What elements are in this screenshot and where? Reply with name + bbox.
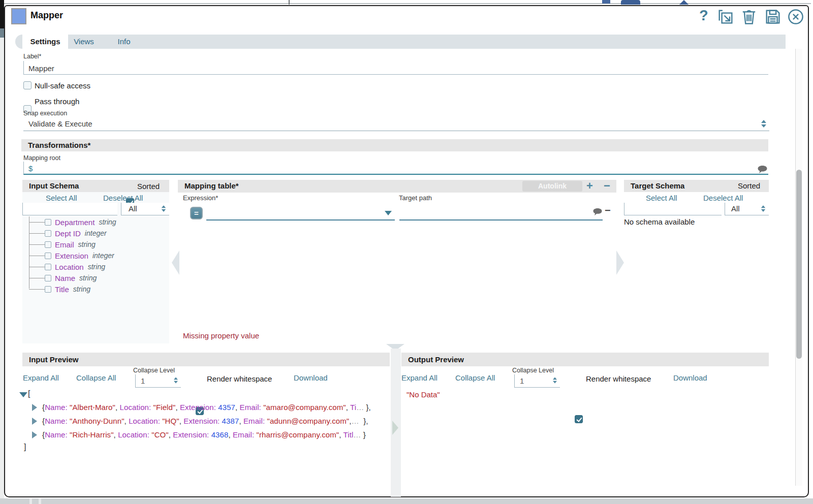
output-preview-expand-all[interactable]: Expand All	[401, 373, 437, 382]
snap-execution-select[interactable]: Validate & Execute	[23, 118, 769, 131]
expression-input[interactable]	[206, 207, 395, 220]
input-schema-sorted-label: Sorted	[137, 182, 160, 191]
target-schema-filter-input[interactable]	[624, 203, 722, 215]
close-icon[interactable]	[787, 8, 803, 24]
schema-item-checkbox[interactable]	[45, 286, 51, 293]
select-spinner-icon[interactable]	[761, 120, 766, 128]
schema-item-location[interactable]: Locationstring	[22, 261, 169, 272]
comment-bubble-icon[interactable]	[757, 165, 768, 176]
schema-item-type: string	[88, 263, 105, 271]
input-preview-header: Input Preview	[22, 353, 390, 366]
background-snap-shape	[621, 0, 640, 5]
autolink-button[interactable]: Autolink	[522, 181, 582, 192]
tab-info[interactable]: Info	[105, 35, 143, 49]
input-schema-filter-input[interactable]	[22, 203, 117, 215]
expression-dropdown-icon[interactable]	[385, 211, 392, 215]
schema-item-department[interactable]: Departmentstring	[22, 216, 169, 228]
help-icon[interactable]: ?	[699, 7, 708, 24]
collapse-input-schema-handle[interactable]	[172, 250, 179, 275]
background-edge	[0, 0, 4, 28]
schema-item-type: string	[99, 218, 116, 226]
mapper-settings-page: Mapper ? Settings Views	[0, 0, 813, 504]
schema-item-title[interactable]: Titlestring	[22, 284, 169, 295]
mapping-root-input[interactable]	[23, 162, 768, 175]
schema-item-checkbox[interactable]	[45, 253, 51, 259]
remove-row-icon[interactable]: −	[604, 180, 610, 192]
null-safe-access-checkbox[interactable]	[23, 81, 32, 89]
input-preview-expand-all[interactable]: Expand All	[23, 373, 59, 382]
schema-item-name: Department	[55, 218, 95, 227]
output-collapse-level-label: Collapse Level	[512, 367, 554, 374]
schema-item-name: Name	[55, 274, 75, 282]
scrollbar-thumb[interactable]	[796, 170, 802, 359]
save-icon[interactable]	[765, 9, 781, 25]
collapse-array-icon[interactable]	[19, 392, 27, 397]
output-collapse-level-stepper[interactable]: 1	[514, 374, 560, 388]
collapse-target-schema-handle[interactable]	[616, 250, 624, 275]
schema-item-checkbox[interactable]	[45, 219, 51, 226]
output-preview-download[interactable]: Download	[673, 373, 707, 382]
expand-row-icon[interactable]	[32, 418, 37, 425]
schema-item-name[interactable]: Namestring	[22, 272, 169, 284]
input-collapse-level-stepper[interactable]: 1	[135, 374, 181, 388]
schema-item-checkbox[interactable]	[45, 230, 51, 237]
input-schema-select-all[interactable]: Select All	[46, 194, 77, 202]
json-row-text: {Name: "Rich•Harris", Location: "CO", Ex…	[42, 430, 366, 439]
snap-execution-value: Validate & Execute	[28, 119, 92, 128]
input-schema-tree: DepartmentstringDept IDintegerEmailstrin…	[22, 216, 169, 295]
schema-item-checkbox[interactable]	[45, 275, 51, 281]
tab-settings[interactable]: Settings	[22, 35, 68, 49]
mapping-error-message: Missing property value	[183, 331, 259, 340]
popout-icon[interactable]	[717, 9, 734, 25]
input-collapse-level-label: Collapse Level	[133, 367, 175, 374]
stepper-arrows-icon[interactable]	[174, 377, 178, 384]
schema-item-type: string	[78, 240, 96, 248]
input-schema-deselect-all[interactable]: Deselect All	[103, 194, 143, 202]
schema-item-type: integer	[85, 229, 107, 237]
input-preview-collapse-all[interactable]: Collapse All	[76, 373, 116, 382]
output-render-whitespace-checkbox[interactable]	[575, 415, 583, 423]
input-preview-download[interactable]: Download	[294, 373, 328, 382]
json-row-text: {Name: "Anthony•Dunn", Location: "HQ", E…	[42, 417, 368, 425]
input-schema-type-filter[interactable]: All	[121, 203, 169, 215]
tree-branch	[29, 278, 45, 278]
pass-through-label: Pass through	[35, 97, 79, 106]
expand-row-icon[interactable]	[32, 404, 37, 411]
tree-branch	[29, 267, 45, 267]
label-input[interactable]	[23, 61, 768, 75]
target-schema-select-all[interactable]: Select All	[646, 194, 677, 202]
schema-item-checkbox[interactable]	[45, 241, 51, 248]
row-remove-icon[interactable]: −	[605, 205, 611, 216]
expression-toggle-button[interactable]: =	[190, 207, 203, 219]
schema-item-type: integer	[92, 251, 114, 260]
schema-item-email[interactable]: Emailstring	[22, 239, 169, 250]
schema-item-checkbox[interactable]	[45, 264, 51, 270]
expand-row-icon[interactable]	[32, 431, 37, 438]
target-path-column-header: Target path	[399, 194, 432, 202]
stepper-arrows-icon[interactable]	[553, 377, 557, 384]
schema-item-name: Extension	[55, 251, 88, 260]
json-row-text: {Name: "Albert•Maro", Location: "Field",…	[42, 403, 371, 412]
snap-execution-caption: Snap execution	[23, 110, 67, 117]
schema-item-dept-id[interactable]: Dept IDinteger	[22, 228, 169, 239]
target-schema-type-filter[interactable]: All	[725, 203, 769, 215]
tab-views[interactable]: Views	[68, 35, 100, 49]
target-path-input[interactable]	[399, 207, 603, 220]
target-schema-sorted-label: Sorted	[738, 181, 760, 190]
tree-branch	[29, 289, 45, 290]
type-filter-spinner-icon[interactable]	[761, 205, 766, 212]
add-row-icon[interactable]: +	[586, 180, 593, 192]
output-preview-collapse-all[interactable]: Collapse All	[455, 373, 495, 382]
background-snap-shape	[602, 0, 610, 4]
collapse-input-preview-handle[interactable]	[392, 421, 398, 435]
tree-branch	[29, 244, 45, 245]
transformations-section-header: Transformations*	[21, 139, 768, 151]
tree-branch	[29, 222, 45, 223]
target-schema-deselect-all[interactable]: Deselect All	[703, 194, 743, 202]
row-comment-bubble-icon[interactable]	[592, 208, 603, 218]
type-filter-spinner-icon[interactable]	[162, 205, 166, 212]
delete-icon[interactable]	[741, 8, 757, 24]
json-open-bracket: [	[28, 389, 30, 398]
json-preview-row: {Name: "Anthony•Dunn", Location: "HQ", E…	[32, 414, 393, 428]
schema-item-extension[interactable]: Extensioninteger	[22, 250, 169, 261]
